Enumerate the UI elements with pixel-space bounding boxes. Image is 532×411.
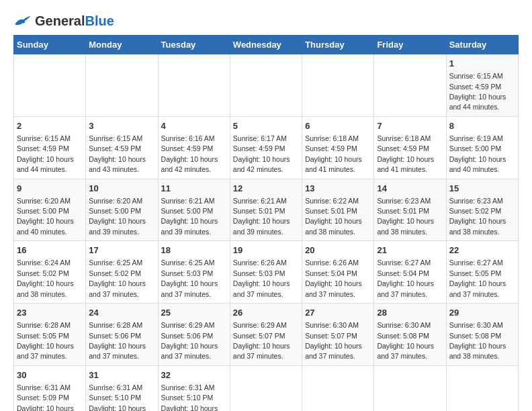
sunrise-info: Sunrise: 6:27 AM	[449, 259, 503, 267]
calendar-cell	[14, 54, 86, 117]
sunset-info: Sunset: 4:59 PM	[377, 144, 429, 152]
daylight-info: Daylight: 10 hours and 40 minutes.	[449, 155, 506, 173]
sunset-info: Sunset: 4:59 PM	[161, 144, 214, 152]
sunrise-info: Sunrise: 6:26 AM	[233, 259, 287, 267]
sunset-info: Sunset: 5:01 PM	[377, 207, 429, 215]
daylight-info: Daylight: 10 hours and 39 minutes.	[233, 217, 290, 235]
sunrise-info: Sunrise: 6:28 AM	[17, 321, 71, 329]
calendar-week-row: 23Sunrise: 6:28 AMSunset: 5:05 PMDayligh…	[14, 304, 519, 366]
calendar-cell: 17Sunrise: 6:25 AMSunset: 5:02 PMDayligh…	[86, 241, 158, 304]
calendar-header: SundayMondayTuesdayWednesdayThursdayFrid…	[14, 36, 519, 54]
calendar-cell	[446, 365, 518, 411]
calendar-cell: 22Sunrise: 6:27 AMSunset: 5:05 PMDayligh…	[446, 241, 518, 304]
daylight-info: Daylight: 10 hours and 42 minutes.	[233, 155, 290, 173]
sunset-info: Sunset: 5:04 PM	[305, 269, 357, 277]
calendar-cell: 11Sunrise: 6:21 AMSunset: 5:00 PMDayligh…	[158, 179, 230, 241]
day-number: 17	[89, 244, 154, 257]
sunrise-info: Sunrise: 6:23 AM	[377, 197, 431, 205]
day-number: 11	[161, 183, 227, 195]
sunset-info: Sunset: 5:05 PM	[17, 332, 69, 340]
sunset-info: Sunset: 5:06 PM	[161, 332, 214, 340]
calendar-cell: 24Sunrise: 6:28 AMSunset: 5:06 PMDayligh…	[86, 304, 158, 366]
daylight-info: Daylight: 10 hours and 38 minutes.	[17, 404, 74, 411]
sunrise-info: Sunrise: 6:17 AM	[233, 134, 287, 142]
sunrise-info: Sunrise: 6:31 AM	[89, 383, 142, 392]
day-number: 27	[305, 307, 371, 319]
calendar-cell: 19Sunrise: 6:26 AMSunset: 5:03 PMDayligh…	[230, 241, 302, 304]
sunrise-info: Sunrise: 6:26 AM	[305, 259, 359, 267]
sunset-info: Sunset: 4:59 PM	[449, 83, 502, 91]
sunset-info: Sunset: 5:01 PM	[305, 207, 357, 215]
day-number: 15	[449, 183, 515, 195]
logo-icon	[13, 13, 32, 28]
day-number: 25	[161, 307, 227, 319]
daylight-info: Daylight: 10 hours and 37 minutes.	[17, 342, 74, 360]
calendar-cell: 18Sunrise: 6:25 AMSunset: 5:03 PMDayligh…	[158, 241, 230, 304]
daylight-info: Daylight: 10 hours and 37 minutes.	[89, 342, 146, 360]
daylight-info: Daylight: 10 hours and 37 minutes.	[89, 279, 146, 298]
calendar-cell	[230, 54, 302, 117]
sunset-info: Sunset: 5:10 PM	[161, 394, 214, 402]
calendar-cell: 13Sunrise: 6:22 AMSunset: 5:01 PMDayligh…	[302, 179, 374, 241]
daylight-info: Daylight: 10 hours and 41 minutes.	[305, 155, 362, 173]
sunset-info: Sunset: 5:06 PM	[89, 332, 141, 340]
daylight-info: Daylight: 10 hours and 37 minutes.	[305, 342, 362, 360]
calendar-cell: 4Sunrise: 6:16 AMSunset: 4:59 PMDaylight…	[158, 116, 230, 179]
day-number: 22	[449, 244, 515, 257]
logo-blue: Blue	[85, 13, 114, 28]
sunrise-info: Sunrise: 6:15 AM	[449, 72, 503, 80]
calendar-cell: 7Sunrise: 6:18 AMSunset: 4:59 PMDaylight…	[374, 116, 446, 179]
day-number: 4	[161, 120, 227, 132]
calendar-cell: 29Sunrise: 6:30 AMSunset: 5:08 PMDayligh…	[446, 304, 518, 366]
header-cell-sunday: Sunday	[14, 36, 86, 54]
day-number: 18	[161, 244, 227, 257]
sunset-info: Sunset: 5:02 PM	[17, 269, 69, 277]
daylight-info: Daylight: 10 hours and 44 minutes.	[17, 155, 74, 173]
daylight-info: Daylight: 10 hours and 38 minutes.	[17, 279, 74, 298]
daylight-info: Daylight: 10 hours and 37 minutes.	[377, 279, 434, 298]
sunset-info: Sunset: 5:09 PM	[17, 394, 69, 402]
day-number: 20	[305, 244, 371, 257]
sunrise-info: Sunrise: 6:23 AM	[449, 197, 503, 205]
sunset-info: Sunset: 5:00 PM	[449, 144, 502, 152]
day-number: 5	[233, 120, 299, 132]
day-number: 32	[161, 369, 227, 381]
calendar-cell: 5Sunrise: 6:17 AMSunset: 4:59 PMDaylight…	[230, 116, 302, 179]
sunrise-info: Sunrise: 6:20 AM	[89, 197, 142, 205]
sunrise-info: Sunrise: 6:31 AM	[161, 383, 215, 392]
sunrise-info: Sunrise: 6:31 AM	[17, 383, 71, 392]
calendar-cell: 12Sunrise: 6:21 AMSunset: 5:01 PMDayligh…	[230, 179, 302, 241]
day-number: 6	[305, 120, 371, 132]
sunrise-info: Sunrise: 6:18 AM	[377, 134, 431, 142]
day-number: 8	[449, 120, 515, 132]
sunrise-info: Sunrise: 6:16 AM	[161, 134, 215, 142]
day-number: 9	[17, 183, 83, 195]
calendar-table: SundayMondayTuesdayWednesdayThursdayFrid…	[13, 35, 519, 411]
daylight-info: Daylight: 10 hours and 39 minutes.	[161, 217, 218, 235]
header-row: SundayMondayTuesdayWednesdayThursdayFrid…	[14, 36, 519, 54]
sunset-info: Sunset: 5:01 PM	[233, 207, 285, 215]
daylight-info: Daylight: 10 hours and 38 minutes.	[89, 404, 146, 411]
day-number: 30	[17, 369, 83, 381]
daylight-info: Daylight: 10 hours and 41 minutes.	[377, 155, 434, 173]
calendar-cell: 14Sunrise: 6:23 AMSunset: 5:01 PMDayligh…	[374, 179, 446, 241]
sunrise-info: Sunrise: 6:24 AM	[17, 259, 71, 267]
calendar-cell: 3Sunrise: 6:15 AMSunset: 4:59 PMDaylight…	[86, 116, 158, 179]
sunrise-info: Sunrise: 6:15 AM	[89, 134, 142, 142]
daylight-info: Daylight: 10 hours and 42 minutes.	[161, 155, 218, 173]
sunset-info: Sunset: 5:10 PM	[89, 394, 141, 402]
logo-general: General	[35, 13, 85, 28]
sunset-info: Sunset: 5:07 PM	[305, 332, 357, 340]
calendar-cell: 27Sunrise: 6:30 AMSunset: 5:07 PMDayligh…	[302, 304, 374, 366]
sunrise-info: Sunrise: 6:30 AM	[377, 321, 431, 329]
logo: GeneralBlue	[13, 13, 114, 28]
calendar-week-row: 16Sunrise: 6:24 AMSunset: 5:02 PMDayligh…	[14, 241, 519, 304]
sunrise-info: Sunrise: 6:25 AM	[89, 259, 142, 267]
header-cell-monday: Monday	[86, 36, 158, 54]
calendar-cell	[302, 365, 374, 411]
calendar-cell: 8Sunrise: 6:19 AMSunset: 5:00 PMDaylight…	[446, 116, 518, 179]
calendar-week-row: 2Sunrise: 6:15 AMSunset: 4:59 PMDaylight…	[14, 116, 519, 179]
page-header: GeneralBlue	[13, 13, 519, 28]
day-number: 1	[449, 58, 515, 70]
daylight-info: Daylight: 10 hours and 39 minutes.	[89, 217, 146, 235]
